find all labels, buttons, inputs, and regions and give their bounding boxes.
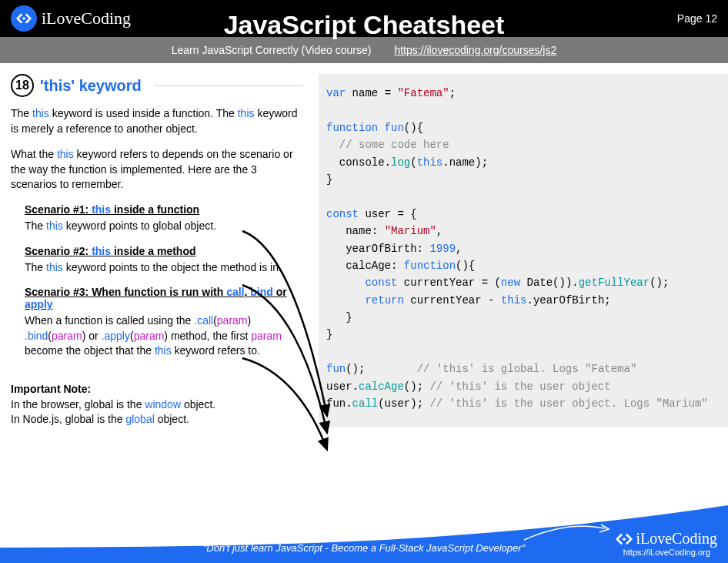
course-link[interactable]: https://ilovecoding.org/courses/js2 xyxy=(394,44,556,56)
main-content: 18 'this' keyword The this keyword is us… xyxy=(0,63,728,427)
scenario-3-title: Scenario #3: When function is run with c… xyxy=(25,286,303,310)
scenario-1: Scenario #1: this inside a function The … xyxy=(11,203,303,234)
intro-para-1: The this keyword is used inside a functi… xyxy=(11,106,303,136)
footer-tagline: "Don't just learn JavaScript - Become a … xyxy=(203,542,526,554)
scenario-2-title: Scenario #2: this inside a method xyxy=(25,245,303,257)
scenario-3: Scenario #3: When function is run with c… xyxy=(11,286,303,359)
footer-brand-text: iLoveCoding xyxy=(636,530,717,548)
scenario-1-body: The this keyword points to global object… xyxy=(25,219,303,234)
left-column: 18 'this' keyword The this keyword is us… xyxy=(11,74,319,427)
intro-para-2: What the this keyword refers to depends … xyxy=(11,147,303,193)
footer-url[interactable]: https://iLoveCoding.org xyxy=(616,548,717,557)
code-block: var name = "Fatema"; function fun(){ // … xyxy=(319,74,728,427)
footer-brand: iLoveCoding https://iLoveCoding.org xyxy=(616,530,717,557)
header-sub: Learn JavaScript Correctly (Video course… xyxy=(0,37,728,63)
scenario-2: Scenario #2: this inside a method The th… xyxy=(11,245,303,276)
scenario-1-title: Scenario #1: this inside a function xyxy=(25,203,303,216)
important-label: Important Note: xyxy=(11,382,303,397)
section-divider xyxy=(154,85,303,86)
section-number-badge: 18 xyxy=(11,74,34,97)
svg-point-1 xyxy=(623,538,626,541)
subtitle: Learn JavaScript Correctly (Video course… xyxy=(172,44,372,56)
section-header: 18 'this' keyword xyxy=(11,74,303,97)
header-top: iLoveCoding JavaScript Cheatsheet Page 1… xyxy=(0,0,728,37)
important-note: Important Note: In the browser, global i… xyxy=(11,382,303,427)
footer-logo-icon xyxy=(616,531,633,548)
logo-icon xyxy=(11,5,37,32)
page-title: JavaScript Cheatsheet xyxy=(224,10,505,40)
page-number: Page 12 xyxy=(677,12,717,25)
brand-text: iLoveCoding xyxy=(42,8,131,28)
svg-point-0 xyxy=(22,17,25,19)
section-title: 'this' keyword xyxy=(40,77,142,95)
scenario-2-body: The this keyword points to the object th… xyxy=(25,260,303,276)
logo-wrap: iLoveCoding xyxy=(11,5,131,32)
scenario-3-body: When a function is called using the .cal… xyxy=(25,313,303,359)
